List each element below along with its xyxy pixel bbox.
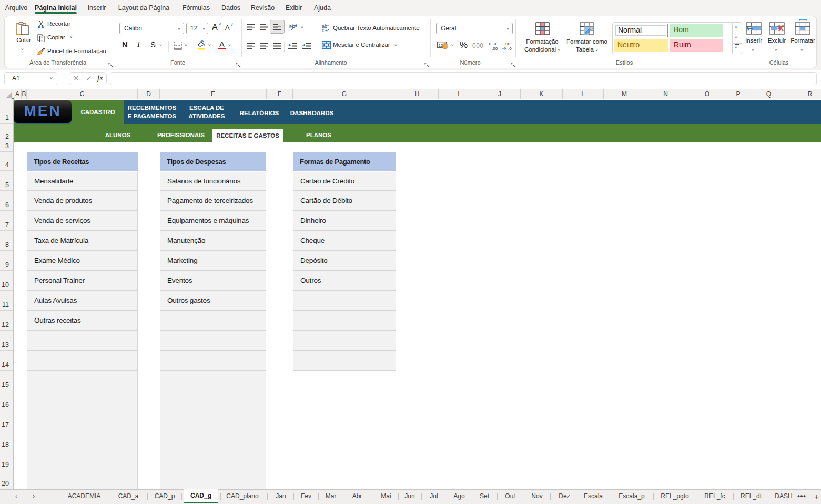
svg-text:0: 0 — [494, 42, 496, 46]
svg-text:,0: ,0 — [508, 46, 512, 51]
svg-text:,00: ,00 — [504, 42, 511, 46]
svg-text:,00: ,00 — [492, 46, 498, 51]
svg-text:c: c — [322, 28, 325, 32]
svg-text:ab: ab — [289, 23, 295, 29]
